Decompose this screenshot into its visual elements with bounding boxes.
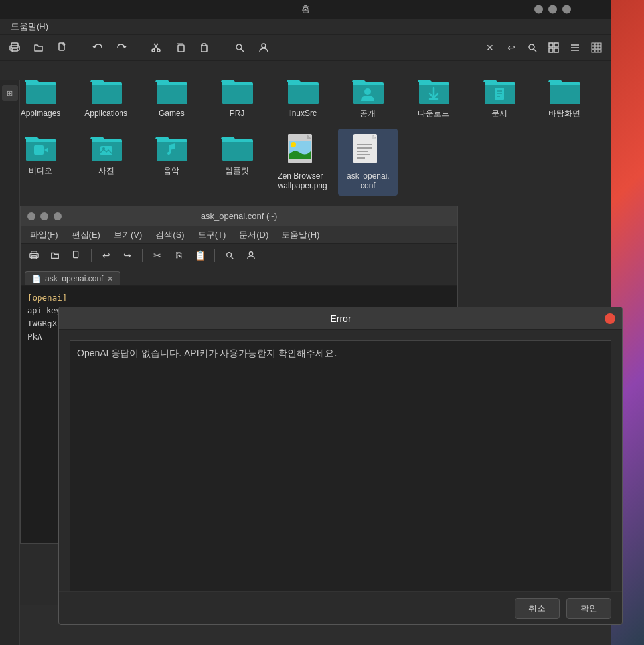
close-view-button[interactable]: ✕ [481, 38, 499, 57]
folder-music-icon [154, 133, 189, 162]
te-close-btn[interactable] [27, 212, 35, 220]
open-folder-button[interactable] [29, 38, 48, 57]
te-search[interactable] [220, 246, 239, 265]
folder-share-label: 공개 [360, 109, 376, 119]
te-menu-edit[interactable]: 편집(E) [66, 228, 106, 242]
toolbar-sep-2 [139, 41, 139, 54]
te-profile[interactable] [242, 246, 260, 265]
te-toolbar: ↩ ↪ ✂ ⎘ 📋 [21, 244, 457, 267]
error-dialog: Error 취소 확인 [58, 307, 623, 625]
te-title: ask_openai.conf (~) [201, 211, 278, 221]
svg-rect-23 [598, 43, 601, 46]
toolbar-sep-3 [222, 41, 222, 54]
te-min-btn[interactable] [40, 212, 48, 220]
folder-appimages-icon [23, 76, 58, 105]
search-button[interactable] [230, 38, 249, 57]
file-openai-label: ask_openai. conf [347, 171, 390, 192]
window-maximize[interactable] [548, 5, 557, 14]
undo-button[interactable] [88, 38, 107, 57]
te-tab-icon: 📄 [32, 275, 41, 283]
te-menu-search[interactable]: 검색(S) [150, 228, 189, 242]
te-line-1: [openai] [27, 291, 451, 305]
ed-ok-button[interactable]: 확인 [566, 598, 611, 619]
ed-cancel-button[interactable]: 취소 [515, 598, 560, 619]
svg-point-54 [227, 252, 232, 257]
print-button[interactable] [5, 38, 24, 57]
file-ask-openai[interactable]: ask_openai. conf [338, 129, 398, 196]
svg-rect-24 [592, 46, 594, 49]
copy-button[interactable] [171, 38, 190, 57]
paste-button[interactable] [195, 38, 214, 57]
folder-linuxsrc-icon [285, 76, 320, 105]
window-close[interactable] [562, 5, 571, 14]
window-minimize[interactable] [534, 5, 543, 14]
svg-point-5 [157, 49, 160, 52]
folder-prj-label: PRJ [230, 109, 245, 119]
fm-toolbar-right: ✕ ↩ [481, 38, 605, 57]
folder-music[interactable]: 음악 [141, 129, 201, 196]
svg-rect-21 [592, 43, 594, 46]
folder-templates-label: 템플릿 [225, 166, 249, 177]
te-menu-help[interactable]: 도움말(H) [276, 228, 325, 242]
folder-prj[interactable]: PRJ [207, 72, 267, 123]
svg-rect-14 [549, 43, 553, 47]
folder-photos[interactable]: 사진 [76, 129, 136, 196]
folder-download[interactable]: 다운로드 [404, 72, 463, 123]
te-redo[interactable]: ↪ [118, 246, 137, 265]
ed-close-button[interactable] [605, 313, 615, 324]
svg-rect-27 [592, 50, 594, 52]
te-cut[interactable]: ✂ [148, 246, 167, 265]
te-menu-file[interactable]: 파일(F) [25, 228, 64, 242]
te-sidebar-btn-1[interactable]: ⊞ [2, 85, 18, 101]
te-max-btn[interactable] [54, 212, 62, 220]
svg-rect-8 [202, 44, 206, 46]
profile-button[interactable] [254, 38, 273, 57]
te-menu-doc[interactable]: 문서(D) [234, 228, 274, 242]
folder-linuxsrc-label: linuxSrc [288, 109, 317, 119]
folder-share[interactable]: 공개 [338, 72, 398, 123]
te-paste[interactable]: 📋 [191, 246, 209, 265]
te-sidebar: ⊞ [0, 80, 20, 645]
folder-documents[interactable]: 문서 [469, 72, 529, 123]
te-tab-close[interactable]: ✕ [107, 275, 113, 283]
folder-games[interactable]: Games [141, 72, 201, 123]
file-openai-icon [352, 133, 384, 167]
te-tab-openai[interactable]: 📄 ask_openai.conf ✕ [25, 271, 120, 285]
cut-button[interactable] [147, 38, 166, 57]
top-bar: 홈 [0, 0, 611, 19]
zoom-button[interactable] [523, 38, 542, 57]
help-menu-item[interactable]: 도움말(H) [5, 19, 54, 34]
folder-video-label: 비디오 [29, 166, 52, 177]
tiles-view-button[interactable] [587, 38, 605, 57]
te-menu-tools[interactable]: 도구(T) [193, 228, 232, 242]
te-copy[interactable]: ⎘ [169, 246, 188, 265]
te-print[interactable] [25, 246, 43, 265]
back-view-button[interactable]: ↩ [502, 38, 521, 57]
folder-linuxsrc[interactable]: linuxSrc [273, 72, 333, 123]
svg-rect-22 [595, 43, 598, 46]
file-zen-wallpaper[interactable]: Zen Browser_ wallpaper.png [273, 129, 333, 196]
folder-prj-icon [220, 76, 254, 105]
folder-templates[interactable]: 템플릿 [207, 129, 267, 196]
top-bar-title: 홈 [301, 3, 310, 15]
svg-point-43 [291, 142, 296, 147]
te-new[interactable] [67, 246, 86, 265]
te-menu-view[interactable]: 보기(V) [108, 228, 147, 242]
te-tab-label: ask_openai.conf [45, 274, 103, 283]
folder-documents-label: 문서 [491, 109, 507, 119]
svg-rect-26 [598, 46, 601, 49]
list-view-button[interactable] [566, 38, 584, 57]
folder-photos-label: 사진 [98, 166, 114, 177]
folder-applications[interactable]: Applications [76, 72, 136, 123]
te-open[interactable] [46, 246, 64, 265]
file-zen-icon [287, 133, 319, 167]
te-sep-1 [91, 249, 92, 262]
te-undo[interactable]: ↩ [97, 246, 116, 265]
file-zen-label: Zen Browser_ wallpaper.png [278, 171, 327, 192]
new-file-button[interactable] [53, 38, 72, 57]
folder-desktop[interactable]: 바탕화면 [534, 72, 594, 123]
redo-button[interactable] [112, 38, 131, 57]
ed-message-textarea[interactable] [70, 340, 611, 591]
te-menubar: 파일(F) 편집(E) 보기(V) 검색(S) 도구(T) 문서(D) 도움말(… [21, 226, 457, 244]
grid-view-button[interactable] [544, 38, 563, 57]
